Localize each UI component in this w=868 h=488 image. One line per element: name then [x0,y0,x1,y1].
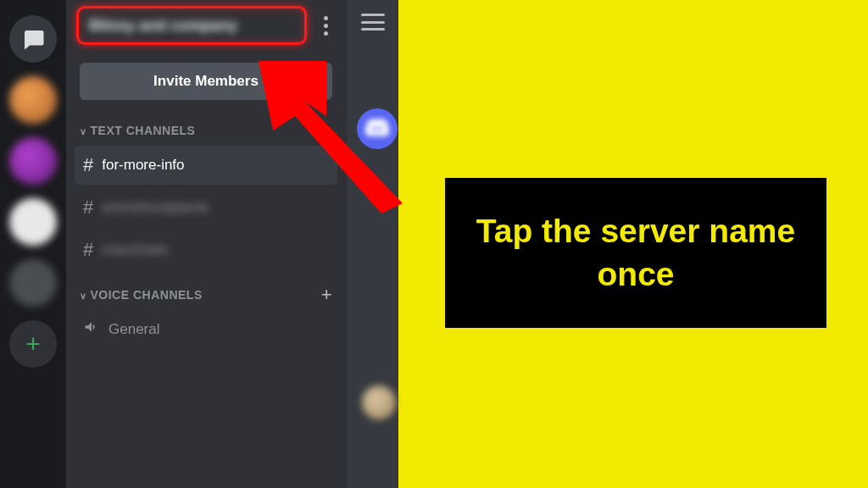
voice-channels-header[interactable]: ∨ VOICE CHANNELS + [66,271,346,308]
channel-label: for-more-info [102,157,184,174]
server-avatar-1[interactable] [9,76,57,124]
discord-logo-avatar[interactable] [357,108,398,149]
plus-icon: + [25,330,41,358]
invite-members-button[interactable]: Invite Members [80,63,332,100]
server-header: Bitssy and company [66,0,346,51]
speaker-icon [83,319,100,340]
invite-wrap: Invite Members [66,51,346,107]
channel-label: macchiato [102,241,167,258]
chevron-down-icon: ∨ [80,126,87,137]
hamburger-icon[interactable] [361,14,385,30]
server-name-label: Bitssy and company [89,17,237,35]
invite-label: Invite Members [153,73,259,90]
server-options-kebab[interactable] [315,16,336,36]
content-sliver [346,0,398,488]
channel-item[interactable]: # animefoodplanet [75,188,337,227]
callout-text: Tap the server name once [470,210,801,296]
user-avatar[interactable] [362,385,396,419]
text-channels-header[interactable]: ∨ TEXT CHANNELS + [66,107,346,144]
dm-home-button[interactable] [9,15,57,63]
chevron-down-icon: ∨ [80,291,87,302]
add-server-button[interactable]: + [9,320,57,368]
channel-label: General [108,321,159,338]
add-voice-channel-icon[interactable]: + [321,289,332,301]
voice-channels-label: VOICE CHANNELS [91,288,203,302]
voice-channel-general[interactable]: General [75,310,337,348]
server-name-button[interactable]: Bitssy and company [76,6,307,45]
hash-icon: # [83,239,93,261]
annotation-callout: Tap the server name once [445,178,826,328]
server-avatar-2[interactable] [9,137,57,185]
hash-icon: # [83,154,93,176]
server-avatar-4[interactable] [9,259,57,307]
discord-app-frame: + Bitssy and company Invite Members ∨ TE… [0,0,398,488]
server-avatar-3[interactable] [9,198,57,246]
channel-for-more-info[interactable]: # for-more-info [75,146,337,185]
channel-label: animefoodplanet [102,199,209,216]
channel-item[interactable]: # macchiato [75,230,337,269]
add-text-channel-icon[interactable]: + [321,125,332,136]
channel-panel: Bitssy and company Invite Members ∨ TEXT… [66,0,346,488]
text-channels-label: TEXT CHANNELS [91,124,196,137]
server-rail: + [0,0,66,488]
hash-icon: # [83,197,93,219]
